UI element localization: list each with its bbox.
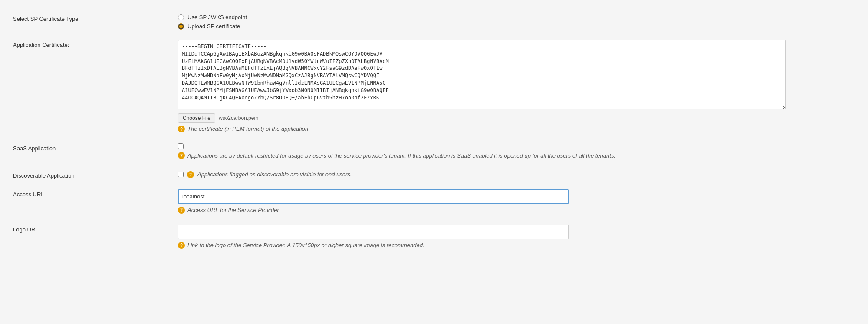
logo-url-field: ? Link to the logo of the Service Provid… — [178, 225, 829, 249]
application-certificate-label: Application Certificate: — [13, 40, 178, 48]
discoverable-row: ? Applications flagged as discoverable a… — [178, 171, 829, 179]
certificate-hint-row: ? The certificate (in PEM format) of the… — [178, 125, 829, 133]
discoverable-checkbox[interactable] — [178, 172, 184, 177]
access-url-hint-icon: ? — [178, 207, 185, 214]
saas-checkbox[interactable] — [178, 143, 184, 149]
access-url-field: ? Access URL for the Service Provider — [178, 189, 829, 214]
file-name: wso2carbon.pem — [219, 115, 258, 121]
jwks-radio[interactable] — [178, 14, 184, 20]
logo-url-hint-text: Link to the logo of the Service Provider… — [187, 241, 424, 249]
saas-checkbox-row — [178, 143, 829, 149]
sp-certificate-type-label: Select SP Certificate Type — [13, 14, 178, 22]
access-url-input[interactable] — [178, 189, 569, 204]
upload-cert-option[interactable]: Upload SP certificate — [178, 23, 829, 30]
access-url-label: Access URL — [13, 189, 178, 198]
saas-hint-icon: ? — [178, 152, 185, 159]
discoverable-application-row: Discoverable Application ? Applications … — [13, 165, 855, 184]
saas-hint-text: Applications are by default restricted f… — [187, 152, 615, 160]
sp-certificate-type-field: Use SP JWKS endpoint Upload SP certifica… — [178, 14, 829, 30]
access-url-hint-text: Access URL for the Service Provider — [187, 206, 279, 214]
discoverable-application-field: ? Applications flagged as discoverable a… — [178, 171, 829, 179]
logo-url-row: Logo URL ? Link to the logo of the Servi… — [13, 219, 855, 255]
upload-label: Upload SP certificate — [187, 23, 240, 30]
logo-url-label: Logo URL — [13, 225, 178, 233]
file-upload-row: Choose File wso2carbon.pem — [178, 113, 829, 123]
saas-hint-block: ? Applications are by default restricted… — [178, 152, 829, 160]
certificate-textarea[interactable]: -----BEGIN CERTIFICATE----- MIIDqTCCApGg… — [178, 40, 786, 109]
upload-radio[interactable] — [178, 23, 184, 30]
certificate-hint-icon: ? — [178, 126, 185, 132]
sp-certificate-type-row: Select SP Certificate Type Use SP JWKS e… — [13, 9, 855, 35]
discoverable-hint-text: Applications flagged as discoverable are… — [197, 171, 352, 179]
logo-url-hint-icon: ? — [178, 242, 185, 249]
saas-application-row: SaaS Application ? Applications are by d… — [13, 138, 855, 165]
choose-file-button[interactable]: Choose File — [178, 113, 215, 123]
saas-application-field: ? Applications are by default restricted… — [178, 143, 829, 160]
certificate-type-radio-group: Use SP JWKS endpoint Upload SP certifica… — [178, 14, 829, 30]
application-certificate-field: -----BEGIN CERTIFICATE----- MIIDqTCCApGg… — [178, 40, 829, 133]
use-jwks-option[interactable]: Use SP JWKS endpoint — [178, 14, 829, 20]
logo-url-input[interactable] — [178, 225, 569, 239]
certificate-hint-text: The certificate (in PEM format) of the a… — [187, 125, 308, 133]
access-url-hint-row: ? Access URL for the Service Provider — [178, 206, 829, 214]
saas-application-label: SaaS Application — [13, 143, 178, 152]
logo-url-hint-row: ? Link to the logo of the Service Provid… — [178, 241, 829, 249]
access-url-row: Access URL ? Access URL for the Service … — [13, 184, 855, 219]
discoverable-hint-icon: ? — [187, 171, 194, 178]
jwks-label: Use SP JWKS endpoint — [187, 14, 247, 20]
application-certificate-row: Application Certificate: -----BEGIN CERT… — [13, 35, 855, 138]
discoverable-application-label: Discoverable Application — [13, 171, 178, 179]
form-container: Select SP Certificate Type Use SP JWKS e… — [13, 9, 855, 255]
